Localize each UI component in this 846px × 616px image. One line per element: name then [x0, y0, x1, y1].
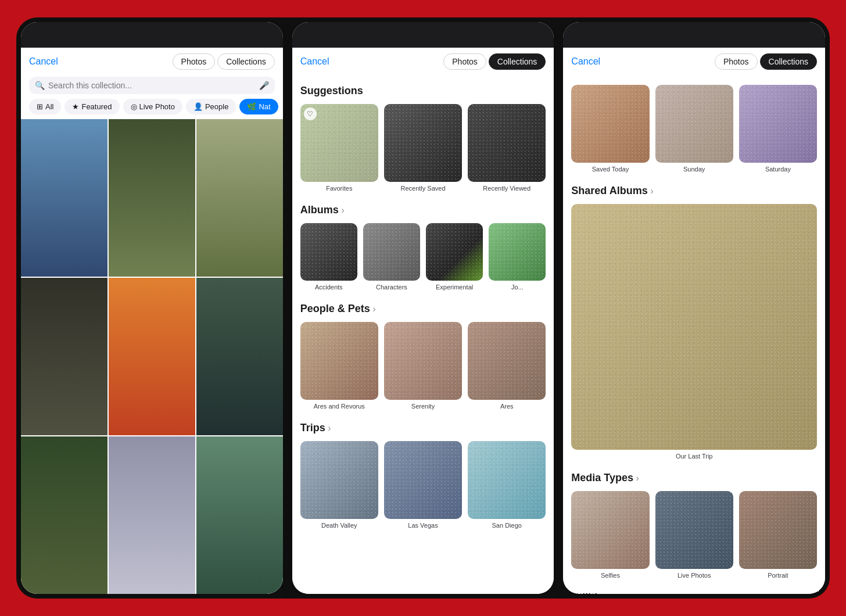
trips-title[interactable]: Trips — [300, 422, 546, 434]
nav-tabs-3: Photos Collections — [715, 53, 817, 70]
photo-cell[interactable] — [21, 119, 107, 277]
thumb-label-ares-revorus: Ares and Revorus — [314, 403, 365, 410]
thumb-las-vegas[interactable]: Las Vegas — [384, 441, 462, 529]
thumb-portrait[interactable]: Portrait — [739, 491, 817, 579]
tab-collections-2[interactable]: Collections — [489, 53, 546, 70]
photo-cell[interactable] — [109, 278, 195, 435]
thumb-experimental[interactable]: Experimental — [426, 223, 483, 291]
chip-all[interactable]: ⊞ All — [29, 99, 61, 114]
pixel-noise — [571, 85, 649, 163]
thumb-label-sunday: Sunday — [683, 166, 705, 173]
collections-scroll-3[interactable]: Saved Today Sunday Saturday — [563, 74, 825, 594]
thumb-saved-today[interactable]: Saved Today — [571, 85, 649, 173]
chip-live-photo[interactable]: ◎ Live Photo — [123, 99, 182, 114]
thumb-characters[interactable]: Characters — [363, 223, 420, 291]
pixel-noise — [489, 223, 546, 280]
thumb-accidents[interactable]: Accidents — [300, 223, 357, 291]
pixel-noise — [384, 441, 462, 519]
attribution: GadgetHacks.com — [764, 586, 819, 593]
search-icon-1: 🔍 — [35, 81, 45, 90]
thumb-recently-viewed[interactable]: Recently Viewed — [468, 104, 546, 192]
photo-cell[interactable] — [109, 119, 195, 277]
photo-cell[interactable] — [196, 436, 283, 594]
media-types-row: Selfies Live Photos Portrait — [571, 491, 817, 579]
filter-chips-1: ⊞ All ★ Featured ◎ Live Photo 👤 People 🌿 — [21, 99, 283, 119]
app-container: Cancel Photos Collections 🔍 🎤 ⊞ — [16, 17, 830, 599]
thumb-san-diego[interactable]: San Diego — [468, 441, 546, 529]
thumb-jo[interactable]: Jo... — [489, 223, 546, 291]
pixel-noise — [300, 441, 378, 519]
chip-people[interactable]: 👤 People — [186, 99, 236, 114]
photo-cell[interactable] — [196, 278, 283, 435]
thumb-img-ares — [468, 322, 546, 400]
thumb-label-experimental: Experimental — [436, 284, 473, 291]
thumb-saturday[interactable]: Saturday — [739, 85, 817, 173]
thumb-serenity[interactable]: Serenity — [384, 322, 462, 410]
nav-tabs-2: Photos Collections — [443, 53, 546, 70]
search-input-1[interactable] — [48, 81, 256, 90]
people-pets-title[interactable]: People & Pets — [300, 303, 546, 315]
days-row: Saved Today Sunday Saturday — [571, 85, 817, 173]
albums-title[interactable]: Albums — [300, 204, 546, 216]
status-bar-1 — [21, 22, 283, 48]
thumb-label-characters: Characters — [376, 284, 407, 291]
pixel-noise — [655, 491, 733, 569]
collections-scroll-2[interactable]: Suggestions ♡ Favorites Recently Saved — [292, 74, 554, 594]
chip-nat[interactable]: 🌿 Nat — [239, 99, 278, 114]
panel3-content: Cancel Photos Collections — [563, 48, 825, 594]
pixel-noise — [363, 223, 420, 280]
thumb-sunday[interactable]: Sunday — [655, 85, 733, 173]
thumb-label-accidents: Accidents — [315, 284, 343, 291]
chip-featured[interactable]: ★ Featured — [64, 99, 119, 114]
status-bar-3 — [563, 22, 825, 48]
status-bar-2 — [292, 22, 554, 48]
thumb-recently-saved[interactable]: Recently Saved — [384, 104, 462, 192]
thumb-our-last-trip[interactable]: Our Last Trip — [571, 204, 817, 460]
cancel-button-3[interactable]: Cancel — [571, 56, 600, 67]
thumb-img-accidents — [300, 223, 357, 280]
thumb-img-saturday — [739, 85, 817, 163]
thumb-label-saved-today: Saved Today — [592, 166, 629, 173]
thumb-label-san-diego: San Diego — [492, 522, 522, 529]
panel1-content: Cancel Photos Collections 🔍 🎤 ⊞ — [21, 48, 283, 594]
thumb-label-jo: Jo... — [511, 284, 524, 291]
tab-collections-1[interactable]: Collections — [217, 53, 274, 70]
thumb-death-valley[interactable]: Death Valley — [300, 441, 378, 529]
shared-albums-title[interactable]: Shared Albums — [571, 185, 817, 197]
thumb-ares[interactable]: Ares — [468, 322, 546, 410]
thumb-label-recently-viewed: Recently Viewed — [483, 185, 530, 192]
photo-cell[interactable] — [21, 436, 107, 594]
thumb-selfies[interactable]: Selfies — [571, 491, 649, 579]
nav-tabs-1: Photos Collections — [173, 53, 275, 70]
tab-photos-3[interactable]: Photos — [715, 53, 758, 70]
pixel-noise — [426, 223, 483, 280]
thumb-img-live-photos — [655, 491, 733, 569]
circle-icon: ◎ — [131, 102, 137, 111]
cancel-button-1[interactable]: Cancel — [29, 56, 58, 67]
thumb-live-photos[interactable]: Live Photos — [655, 491, 733, 579]
thumb-label-live-photos: Live Photos — [677, 572, 711, 579]
pixel-noise — [468, 322, 546, 400]
pixel-noise — [468, 441, 546, 519]
thumb-label-selfies: Selfies — [601, 572, 620, 579]
tab-collections-3[interactable]: Collections — [760, 53, 817, 70]
tab-photos-1[interactable]: Photos — [173, 53, 216, 70]
media-types-title[interactable]: Media Types — [571, 472, 817, 484]
photo-cell[interactable] — [21, 278, 107, 435]
thumb-label-favorites: Favorites — [326, 185, 352, 192]
pixel-noise — [300, 104, 378, 182]
phone-panel-2: Cancel Photos Collections Suggestions — [292, 22, 554, 594]
photo-cell[interactable] — [196, 119, 283, 277]
search-bar-1[interactable]: 🔍 🎤 — [29, 77, 275, 94]
nav-bar-3: Cancel Photos Collections — [563, 48, 825, 74]
suggestions-row: ♡ Favorites Recently Saved — [300, 104, 546, 192]
thumb-label-saturday: Saturday — [765, 166, 791, 173]
trips-row: Death Valley Las Vegas San Diego — [300, 441, 546, 529]
cancel-button-2[interactable]: Cancel — [300, 56, 329, 67]
thumb-ares-revorus[interactable]: Ares and Revorus — [300, 322, 378, 410]
mic-icon-1[interactable]: 🎤 — [259, 81, 269, 90]
photo-cell[interactable] — [109, 436, 195, 594]
thumb-favorites[interactable]: ♡ Favorites — [300, 104, 378, 192]
photo-grid-1 — [21, 119, 283, 594]
tab-photos-2[interactable]: Photos — [443, 53, 486, 70]
